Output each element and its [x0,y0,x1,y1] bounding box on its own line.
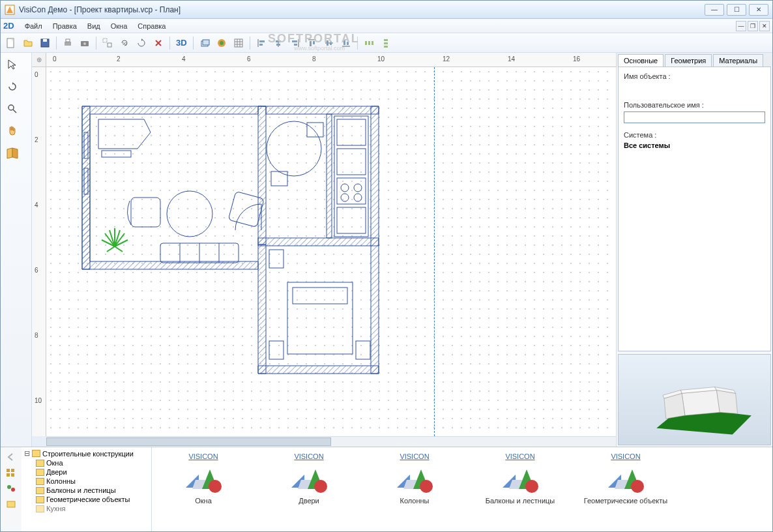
library-panel: ⊟Строительные конструкции Окна Двери Кол… [1,447,772,531]
mode-2d-label[interactable]: 2D [3,21,14,31]
wall-tool[interactable] [3,144,22,162]
toolbar: 90 3D SOFTPORTAL www.softportal.com [1,33,772,53]
ruler-origin[interactable]: ⊕ [32,53,46,67]
svg-rect-82 [7,469,10,472]
svg-rect-15 [235,39,242,47]
grid-button[interactable] [231,35,246,51]
rotate-90-button[interactable]: 90 [117,35,132,51]
mdi-close-button[interactable]: ✕ [759,21,770,31]
tree-root[interactable]: ⊟Строительные конструкции [23,449,150,458]
tree-item[interactable]: Двери [35,467,150,477]
menu-edit[interactable]: Правка [48,20,82,32]
align-right-button[interactable] [287,35,303,51]
library-item[interactable]: VISICON Геометрические объекты [577,450,675,529]
tab-materials[interactable]: Материалы [713,54,763,66]
maximize-button[interactable]: ☐ [727,4,746,16]
svg-rect-21 [259,40,265,42]
align-left-button[interactable] [254,35,269,51]
svg-rect-37 [347,42,349,45]
save-button[interactable] [37,35,53,51]
align-bottom-button[interactable] [338,35,354,51]
svg-point-92 [314,480,327,493]
svg-point-90 [209,480,222,493]
app-icon [5,5,15,15]
tab-geometry[interactable]: Геометрия [665,54,712,66]
mode-3d-button[interactable]: 3D [173,38,190,48]
new-file-button[interactable] [3,35,19,51]
svg-rect-3 [43,39,47,42]
mdi-restore-button[interactable]: ❐ [748,21,758,31]
tree-item[interactable]: Балконы и лестницы [35,486,150,495]
pan-tool[interactable] [3,122,22,140]
materials-button[interactable] [214,35,229,51]
rotate-tool[interactable] [3,78,22,96]
svg-rect-74 [356,341,370,359]
svg-rect-22 [259,44,263,46]
align-top-button[interactable] [304,35,320,51]
menu-view[interactable]: Вид [82,20,106,32]
svg-rect-36 [343,40,345,45]
distribute-h-button[interactable] [361,35,377,51]
ruler-vertical[interactable]: 0 2 4 6 8 10 [32,67,46,436]
svg-rect-72 [269,250,284,268]
align-center-h-button[interactable] [270,35,286,51]
tree-item[interactable]: Колонны [35,477,150,486]
ruler-horizontal[interactable]: 0 2 4 6 8 10 12 14 16 [46,53,616,67]
svg-point-44 [8,105,14,110]
distribute-v-button[interactable] [378,35,394,51]
library-filter-button[interactable] [5,482,18,494]
library-item[interactable]: VISICON Двери [260,450,358,529]
tree-item[interactable]: Окна [35,458,150,467]
svg-line-45 [13,110,16,113]
menu-windows[interactable]: Окна [106,20,133,32]
svg-point-66 [341,194,349,201]
scrollbar-horizontal[interactable] [46,436,616,447]
menu-help[interactable]: Справка [132,20,171,32]
category-tree[interactable]: ⊟Строительные конструкции Окна Двери Кол… [22,447,152,531]
zoom-tool[interactable] [3,100,22,118]
delete-button[interactable] [151,35,166,51]
library-back-button[interactable] [5,451,18,463]
mdi-minimize-button[interactable]: — [736,21,746,31]
svg-marker-78 [716,390,737,413]
minimize-button[interactable]: — [705,4,724,16]
select-tool[interactable] [3,55,22,74]
canvas[interactable] [46,67,616,436]
svg-marker-76 [682,390,720,415]
svg-rect-12 [203,40,209,45]
menu-bar: 2D Файл Правка Вид Окна Справка — ❐ ✕ [1,19,772,33]
library-item[interactable]: VISICON Окна [154,450,252,529]
rotate-button[interactable] [134,35,149,51]
title-bar: VisiCon Демо - [Проект квартиры.vcp - Пл… [1,1,772,19]
tree-item[interactable]: Геометрические объекты [35,495,150,504]
svg-rect-61 [337,119,366,145]
align-center-v-button[interactable] [321,35,337,51]
print-button[interactable] [60,35,76,51]
layers-button[interactable] [197,35,212,51]
svg-rect-71 [293,288,347,304]
guide-line[interactable] [434,67,435,436]
svg-rect-39 [368,41,370,45]
properties-panel: Основные Геометрия Материалы Имя объекта… [616,53,772,447]
floor-plan [66,87,405,400]
camera-button[interactable] [77,35,93,51]
open-file-button[interactable] [20,35,36,51]
user-name-input[interactable] [624,111,765,123]
window-title: VisiCon Демо - [Проект квартиры.vcp - Пл… [19,5,705,14]
svg-rect-70 [287,282,353,354]
library-view-button[interactable] [5,467,18,479]
close-button[interactable]: ✕ [749,4,768,16]
svg-rect-85 [11,473,14,477]
group-button[interactable] [100,35,115,51]
tree-item[interactable]: Кухня [35,504,150,513]
menu-file[interactable]: Файл [20,20,48,32]
svg-rect-34 [330,41,332,45]
tab-basic[interactable]: Основные [618,54,664,66]
library-add-button[interactable] [5,498,18,510]
svg-rect-30 [310,41,312,46]
svg-point-98 [631,480,644,493]
preview-3d[interactable] [618,354,771,445]
library-item[interactable]: VISICON Балконы и лестницы [471,450,569,529]
svg-point-57 [267,121,321,176]
library-item[interactable]: VISICON Колонны [366,450,463,529]
